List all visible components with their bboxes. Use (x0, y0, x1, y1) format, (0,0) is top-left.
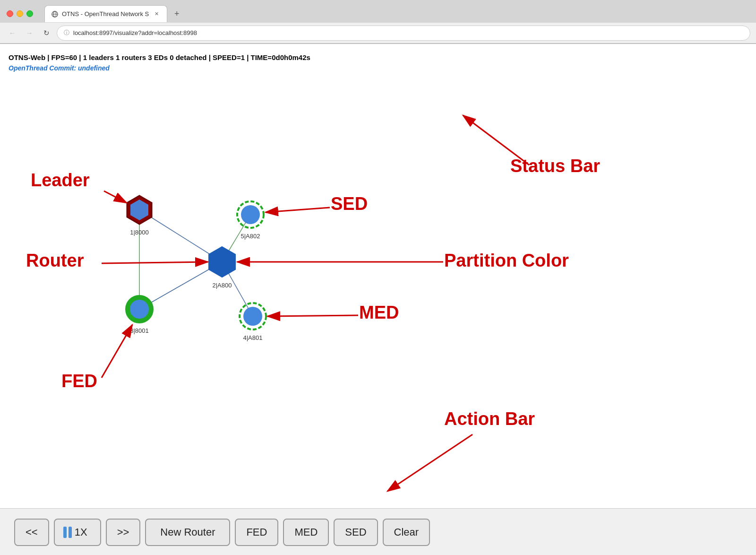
fed-arrow (102, 325, 132, 378)
maximize-button[interactable] (26, 10, 33, 17)
browser-tab[interactable]: OTNS - OpenThread Network S ✕ (44, 5, 167, 22)
svg-point-12 (243, 307, 262, 326)
nav-bar: ← → ↻ ⓘ localhost:8997/visualize?addr=lo… (0, 23, 756, 43)
node-router[interactable]: 2|A800 (209, 247, 235, 289)
refresh-button[interactable]: ↻ (40, 26, 53, 40)
title-bar: OTNS - OpenThread Network S ✕ + (0, 0, 756, 23)
close-button[interactable] (7, 10, 13, 17)
med-button[interactable]: MED (283, 519, 329, 546)
status-bar-label: Status Bar (510, 156, 600, 176)
node-leader[interactable]: 1|8000 (127, 196, 152, 236)
new-router-button[interactable]: New Router (145, 519, 230, 546)
address-text: localhost:8997/visualize?addr=localhost:… (73, 29, 197, 36)
speed-button[interactable]: 1X (54, 519, 101, 546)
next-button[interactable]: >> (106, 519, 141, 546)
med-arrow (267, 315, 358, 316)
pause-icon (63, 527, 72, 538)
forward-button[interactable]: → (23, 26, 36, 40)
traffic-lights (7, 10, 33, 17)
status-bar-arrow (463, 115, 529, 165)
prev-button[interactable]: << (14, 519, 49, 546)
network-visualization: 1|8000 2|A800 3|8001 4|A801 5|A802 Leade… (0, 44, 756, 555)
minimize-button[interactable] (17, 10, 23, 17)
fed-button[interactable]: FED (235, 519, 278, 546)
node-med[interactable]: 4|A801 (240, 303, 266, 341)
browser-chrome: OTNS - OpenThread Network S ✕ + ← → ↻ ⓘ … (0, 0, 756, 44)
page-content: OTNS-Web | FPS=60 | 1 leaders 1 routers … (0, 44, 756, 555)
tab-close-button[interactable]: ✕ (153, 10, 160, 18)
back-button[interactable]: ← (6, 26, 19, 40)
partition-color-label: Partition Color (444, 251, 569, 270)
svg-text:1|8000: 1|8000 (130, 229, 149, 236)
action-bar-arrow (387, 434, 472, 491)
router-arrow (102, 262, 208, 263)
router-annotation-label: Router (26, 251, 84, 270)
leader-annotation-label: Leader (31, 170, 90, 190)
address-bar[interactable]: ⓘ localhost:8997/visualize?addr=localhos… (57, 26, 750, 41)
svg-text:3|8001: 3|8001 (130, 327, 149, 334)
node-sed[interactable]: 5|A802 (237, 201, 264, 240)
speed-label: 1X (75, 526, 87, 538)
action-bar: << 1X >> New Router FED MED SED Clear (0, 508, 756, 555)
sed-button[interactable]: SED (334, 519, 378, 546)
svg-text:5|A802: 5|A802 (241, 233, 260, 240)
leader-arrow (104, 191, 127, 203)
svg-marker-6 (209, 247, 235, 277)
svg-point-9 (130, 300, 149, 319)
sed-annotation-label: SED (331, 194, 368, 214)
action-bar-label: Action Bar (444, 409, 535, 429)
globe-icon (52, 11, 58, 17)
info-icon: ⓘ (64, 29, 69, 37)
svg-text:4|A801: 4|A801 (243, 334, 263, 341)
svg-text:2|A800: 2|A800 (213, 282, 232, 289)
tab-title: OTNS - OpenThread Network S (62, 10, 149, 17)
med-annotation-label: MED (359, 303, 399, 322)
new-tab-button[interactable]: + (170, 7, 183, 20)
fed-annotation-label: FED (61, 371, 97, 391)
tab-bar: OTNS - OpenThread Network S ✕ + (44, 5, 749, 22)
svg-point-15 (241, 205, 260, 224)
sed-arrow (266, 208, 330, 212)
clear-button[interactable]: Clear (383, 519, 430, 546)
